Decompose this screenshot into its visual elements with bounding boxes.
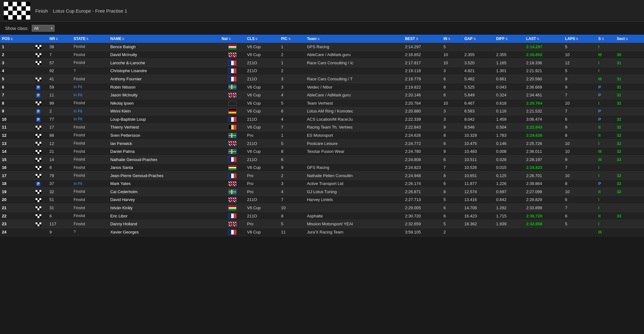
cell-nr: 14 xyxy=(48,155,72,164)
cell-gap: 13.416 xyxy=(463,196,494,204)
cell-diff: 1.715 xyxy=(494,212,524,220)
table-row: 23117FinshdDanny HollandPro5Mission Moto… xyxy=(0,220,644,228)
cell-s: I xyxy=(596,67,615,75)
cell-s: II xyxy=(596,212,615,220)
table-row: 249?Xavier GeorgesV6 Cup11Jura'X Racing … xyxy=(0,228,644,236)
cell-best: 2:19.779 xyxy=(403,75,442,83)
cell-state: Finshd xyxy=(72,147,108,156)
cell-s: I xyxy=(596,59,615,67)
cell-state-icon xyxy=(29,99,48,107)
cell-laps: 8 xyxy=(563,180,596,188)
col-name[interactable]: NAME⇅ xyxy=(108,35,220,43)
cell-nr: 99 xyxy=(48,99,72,107)
cell-laps: 5 xyxy=(563,43,596,51)
cell-name: Janos Santa xyxy=(108,164,220,172)
cell-diff: 0.015 xyxy=(494,164,524,172)
cell-cls: Pro xyxy=(245,131,279,140)
cell-team: Team Verhiest xyxy=(305,99,403,107)
cell-diff: 2.355 xyxy=(494,51,524,59)
cell-pos: 17 xyxy=(0,172,29,180)
cell-cls: V6 Cup xyxy=(245,91,279,99)
cell-sect: 31 xyxy=(615,83,644,91)
cell-last: 2:14.297 xyxy=(524,43,563,51)
cell-best: 2:24.823 xyxy=(403,164,442,172)
cell-state-icon xyxy=(29,220,48,228)
cell-s: I xyxy=(596,164,615,172)
cell-gap: 6.583 xyxy=(463,107,494,115)
cell-cls: 211O xyxy=(245,115,279,124)
cell-state: Finshd xyxy=(72,155,108,164)
col-pic[interactable]: PIC⇅ xyxy=(279,35,305,43)
table-row: 1117FinshdThierry VerhiestV6 Cup7Racing … xyxy=(0,123,644,131)
cell-in: 6 xyxy=(442,91,462,99)
cell-nr: 6 xyxy=(48,212,72,220)
col-team[interactable]: Team⇅ xyxy=(305,35,403,43)
cell-sect: 32 xyxy=(615,147,644,156)
table-row: 357FinshdLaroche &-Laroche211O1Race Cars… xyxy=(0,59,644,67)
cell-state-icon: P xyxy=(29,180,48,188)
cell-pos: 22 xyxy=(0,212,29,220)
table-row: 226FinshdEric Libor211O8Asphalte2:30.720… xyxy=(0,212,644,220)
cell-name: Jean-Pierre Genoud-Prachex xyxy=(108,172,220,180)
cell-gap: 5.849 xyxy=(463,91,494,99)
show-class-select[interactable]: All V6 Cup 211O Pro xyxy=(32,25,54,32)
cell-in: 6 xyxy=(442,204,462,212)
show-class-bar: Show class: All V6 Cup 211O Pro xyxy=(0,22,644,35)
cell-in: 8 xyxy=(442,131,462,140)
cell-cls: 211O xyxy=(245,139,279,147)
cell-best: 2:20.146 xyxy=(403,91,442,99)
cell-state-icon: P xyxy=(29,83,48,91)
cell-state-icon xyxy=(29,228,48,236)
cell-in: 10 xyxy=(442,99,462,107)
cell-laps: 10 xyxy=(563,51,596,59)
col-state[interactable]: STATE⇅ xyxy=(72,35,108,43)
cell-diff: 0.008 xyxy=(494,147,524,156)
cell-cls: 211O xyxy=(245,196,279,204)
cell-gap: 16.423 xyxy=(463,212,494,220)
cell-diff: 0.043 xyxy=(494,83,524,91)
cell-cls: V6 Cup xyxy=(245,147,279,156)
cell-laps: 12 xyxy=(563,59,596,67)
cell-nr: 92 xyxy=(48,67,72,75)
col-diff[interactable]: DIFF⇅ xyxy=(494,35,524,43)
cell-laps: 9 xyxy=(563,83,596,91)
cell-laps: 10 xyxy=(563,139,596,147)
flag-gb xyxy=(228,141,237,146)
col-laps[interactable]: LAPS⇅ xyxy=(563,35,596,43)
cell-nat xyxy=(220,180,245,188)
cell-diff: 0.842 xyxy=(494,196,524,204)
cell-nat xyxy=(220,99,245,107)
col-nr[interactable]: NR⇅ xyxy=(48,35,72,43)
col-nat[interactable]: Nat⇅ xyxy=(220,35,245,43)
table-row: 541FinshdAnthony Fournier211O3Race Cars … xyxy=(0,75,644,83)
cell-pic: 5 xyxy=(279,139,305,147)
cell-best: 2:29.005 xyxy=(403,204,442,212)
col-last[interactable]: LAST⇅ xyxy=(524,35,563,43)
cell-sect: 32 xyxy=(615,172,644,180)
cell-team: GFS Racing xyxy=(305,43,403,51)
cell-s: I xyxy=(596,99,615,107)
cell-in: 6 xyxy=(442,75,462,83)
flag-gb xyxy=(228,52,237,57)
cell-laps: 9 xyxy=(563,123,596,131)
cell-pic: 4 xyxy=(279,91,305,99)
col-gap[interactable]: GAP⇅ xyxy=(463,35,494,43)
col-cls[interactable]: CLS⇅ xyxy=(245,35,279,43)
cell-nr: 31 xyxy=(48,204,72,212)
col-best[interactable]: BEST⇅ xyxy=(403,35,442,43)
cell-laps: 7 xyxy=(563,204,596,212)
cell-diff: 1.165 xyxy=(494,59,524,67)
show-class-select-wrapper[interactable]: All V6 Cup 211O Pro xyxy=(32,25,54,32)
col-sect[interactable]: Sect⇅ xyxy=(615,35,644,43)
cell-diff: 1.301 xyxy=(494,67,524,75)
cell-gap: 3.520 xyxy=(463,59,494,67)
cell-laps: 8 xyxy=(563,131,596,140)
col-in[interactable]: IN⇅ xyxy=(442,35,462,43)
cell-sect xyxy=(615,204,644,212)
cell-gap: 10.483 xyxy=(463,147,494,156)
checkerboard-logo: // Will be rendered via JS below xyxy=(4,2,30,20)
col-pos[interactable]: POS⇅ xyxy=(0,35,29,43)
cell-sect: 32 xyxy=(615,123,644,131)
col-s[interactable]: S⇅ xyxy=(596,35,615,43)
cell-pos: 18 xyxy=(0,180,29,188)
